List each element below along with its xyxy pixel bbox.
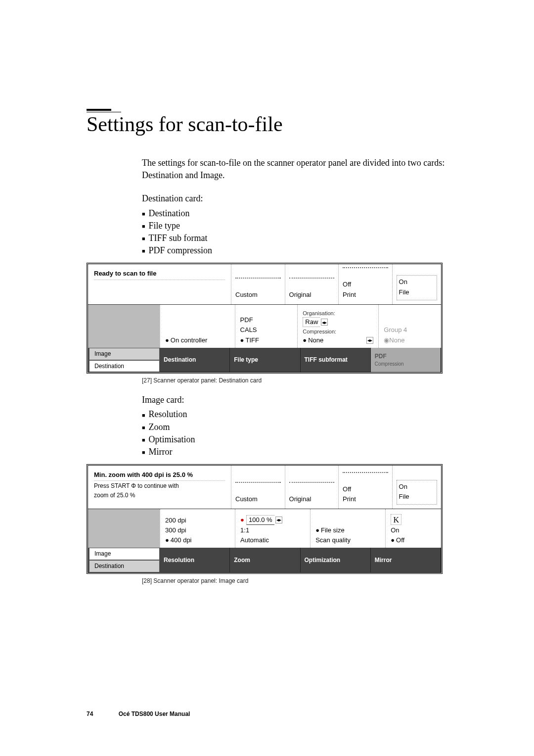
list-item: Resolution xyxy=(142,408,447,421)
top-tab-label: Print xyxy=(343,495,388,504)
destination-bullet-list: Destination File type TIFF sub format PD… xyxy=(142,207,447,257)
page-footer: 74 Océ TDS800 User Manual xyxy=(87,710,190,717)
destination-column: ●On controller xyxy=(160,305,235,348)
list-item: Mirror xyxy=(142,446,447,458)
top-tab-label: File xyxy=(399,492,435,501)
zoom-oneone-option[interactable]: 1:1 xyxy=(240,526,305,535)
top-tab-off-print[interactable]: Off Print xyxy=(339,264,393,304)
bullet-icon: ● xyxy=(165,536,169,545)
mirror-preview-icon: K xyxy=(391,514,401,525)
top-tab-label: On xyxy=(399,482,435,491)
list-item: TIFF sub format xyxy=(142,232,447,244)
title-accent-bar xyxy=(87,109,111,111)
zoom-automatic-option[interactable]: Automatic xyxy=(240,536,305,545)
top-tab-label: Print xyxy=(343,290,388,299)
pdf-group4-option: Group 4 xyxy=(384,326,436,334)
panel-shade xyxy=(88,305,160,348)
compression-value[interactable]: None xyxy=(308,336,366,345)
list-item: PDF compression xyxy=(142,244,447,257)
list-item: File type xyxy=(142,220,447,232)
bottom-tab-destination[interactable]: Destination xyxy=(160,348,230,373)
pdf-compression-column: Group 4 ◉None xyxy=(378,305,441,348)
page-title: Settings for scan-to-file xyxy=(87,112,447,136)
bullet-icon: ● xyxy=(391,536,395,545)
bottom-tab-pdf-compression[interactable]: PDF Compression xyxy=(371,348,441,373)
top-tab-label: Off xyxy=(343,485,388,494)
bottom-tab-zoom[interactable]: Zoom xyxy=(230,548,300,572)
top-tab-on-file[interactable]: On File xyxy=(393,466,441,509)
panel-status: Ready to scan to file xyxy=(94,269,225,280)
pdf-none-option: None xyxy=(389,336,404,345)
top-tab-original[interactable]: Original xyxy=(285,466,339,509)
optimization-scanquality[interactable]: Scan quality xyxy=(315,536,380,545)
filetype-option[interactable]: TIFF xyxy=(245,336,259,345)
top-tab-label: File xyxy=(399,288,435,297)
bullet-icon: ● xyxy=(240,516,244,524)
bottom-tab-optimization[interactable]: Optimization xyxy=(301,548,371,572)
optimization-filesize[interactable]: File size xyxy=(321,526,345,535)
top-tab-custom[interactable]: Custom xyxy=(231,264,285,304)
tiff-subformat-column: Organisation: Raw◂▸ Compression: ●None◂▸ xyxy=(297,305,378,348)
organisation-label: Organisation: xyxy=(303,310,373,317)
figure-caption-27: [27] Scanner operator panel: Destination… xyxy=(142,377,447,385)
bottom-tab-filetype[interactable]: File type xyxy=(230,348,300,373)
sidetab-image[interactable]: Image xyxy=(88,548,160,560)
top-tab-off-print[interactable]: Off Print xyxy=(339,466,393,509)
destination-value: On controller xyxy=(171,336,207,345)
top-tab-label: Off xyxy=(343,280,388,289)
resolution-option[interactable]: 400 dpi xyxy=(171,536,192,545)
intro-paragraph: The settings for scan-to-file on the sca… xyxy=(142,157,447,182)
panel-status-line1: Min. zoom with 400 dpi is 25.0 % xyxy=(94,471,225,481)
bottom-tab-mirror[interactable]: Mirror xyxy=(371,548,441,572)
panel-status-line2: Press START Φ to continue with xyxy=(94,482,225,490)
manual-title: Océ TDS800 User Manual xyxy=(119,710,190,717)
filetype-option[interactable]: CALS xyxy=(240,326,293,334)
stepper-icon[interactable]: ◂▸ xyxy=(366,337,373,344)
zoom-column: ●100.0 %◂▸ 1:1 Automatic xyxy=(235,509,310,548)
mirror-on-option[interactable]: On xyxy=(391,526,436,535)
stepper-icon[interactable]: ◂▸ xyxy=(321,319,328,326)
panel-status-line3: zoom of 25.0 % xyxy=(94,491,225,500)
figure-caption-28: [28] Scanner operator panel: Image card xyxy=(142,577,447,585)
top-tab-original[interactable]: Original xyxy=(285,264,339,304)
top-tab-label: Original xyxy=(289,290,335,299)
organisation-value[interactable]: Raw xyxy=(303,317,320,327)
sidetab-image[interactable]: Image xyxy=(88,348,160,360)
resolution-option[interactable]: 200 dpi xyxy=(165,516,230,525)
bullet-icon: ● xyxy=(315,526,319,535)
top-tab-label: Original xyxy=(289,495,335,504)
top-tab-label: Custom xyxy=(235,495,281,504)
zoom-percent-value[interactable]: 100.0 % xyxy=(246,515,274,525)
resolution-column: 200 dpi 300 dpi ●400 dpi xyxy=(160,509,235,548)
bullet-icon: ● xyxy=(303,336,307,345)
tab-label-line2: Compression xyxy=(375,361,404,368)
radio-icon: ◉ xyxy=(384,336,389,345)
page-number: 74 xyxy=(87,710,93,717)
image-card-heading: Image card: xyxy=(142,394,447,406)
list-item: Destination xyxy=(142,207,447,220)
filetype-option[interactable]: PDF xyxy=(240,316,293,325)
mirror-column: K On ●Off xyxy=(385,509,441,548)
destination-card-heading: Destination card: xyxy=(142,192,447,205)
sidetab-destination[interactable]: Destination xyxy=(88,560,160,572)
list-item: Optimisation xyxy=(142,433,447,446)
mirror-off-option[interactable]: Off xyxy=(396,536,404,545)
top-tab-label: On xyxy=(399,278,435,286)
sidetab-destination[interactable]: Destination xyxy=(88,360,160,373)
filetype-column: PDF CALS ●TIFF xyxy=(235,305,298,348)
compression-label: Compression: xyxy=(303,328,373,335)
resolution-option[interactable]: 300 dpi xyxy=(165,526,230,535)
scanner-panel-destination: Ready to scan to file Custom Original Of… xyxy=(87,263,443,374)
scanner-panel-image: Min. zoom with 400 dpi is 25.0 % Press S… xyxy=(87,464,443,574)
top-tab-on-file[interactable]: On File xyxy=(393,264,441,304)
bottom-tab-resolution[interactable]: Resolution xyxy=(160,548,230,572)
panel-shade xyxy=(88,509,160,548)
top-tab-custom[interactable]: Custom xyxy=(231,466,285,509)
stepper-icon[interactable]: ◂▸ xyxy=(275,517,282,523)
bullet-icon: ● xyxy=(240,336,244,345)
bullet-icon: ● xyxy=(165,336,169,345)
optimization-column: ●File size Scan quality xyxy=(310,509,385,548)
tab-label-line1: PDF xyxy=(375,353,387,360)
top-tab-label: Custom xyxy=(235,290,281,299)
bottom-tab-tiff-subformat[interactable]: TIFF subformat xyxy=(301,348,371,373)
